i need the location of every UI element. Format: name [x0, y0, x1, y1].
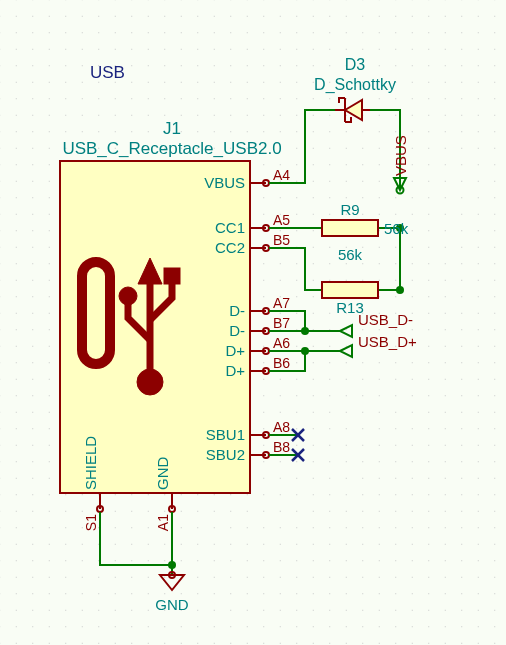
- svg-marker-68: [340, 325, 352, 337]
- svg-text:B6: B6: [273, 355, 290, 371]
- svg-text:CC2: CC2: [215, 239, 245, 256]
- d3-value: D_Schottky: [314, 76, 396, 94]
- svg-text:SBU1: SBU1: [206, 426, 245, 443]
- svg-text:B7: B7: [273, 315, 290, 331]
- svg-point-56: [168, 561, 176, 569]
- svg-text:S1: S1: [83, 514, 99, 531]
- svg-text:SBU2: SBU2: [206, 446, 245, 463]
- svg-text:D+: D+: [225, 342, 245, 359]
- svg-text:GND: GND: [154, 457, 171, 491]
- svg-text:GND: GND: [155, 596, 189, 613]
- svg-text:VBUS: VBUS: [204, 174, 245, 191]
- svg-text:B5: B5: [273, 232, 290, 248]
- svg-point-2: [137, 369, 163, 395]
- j1-value: USB_C_Receptacle_USB2.0: [62, 139, 281, 158]
- no-connect-marks: [292, 429, 304, 461]
- svg-text:A1: A1: [155, 514, 171, 531]
- resistor-r13: 56k R13: [322, 246, 378, 316]
- svg-text:CC1: CC1: [215, 219, 245, 236]
- svg-rect-63: [322, 220, 378, 236]
- svg-marker-62: [345, 100, 362, 120]
- svg-point-54: [301, 327, 309, 335]
- j1-ref: J1: [163, 119, 181, 138]
- r9-value: 56k: [384, 220, 409, 237]
- svg-text:A6: A6: [273, 335, 290, 351]
- svg-text:A8: A8: [273, 419, 290, 435]
- svg-text:A7: A7: [273, 295, 290, 311]
- svg-text:B8: B8: [273, 439, 290, 455]
- power-gnd: GND: [155, 572, 189, 613]
- svg-text:D-: D-: [229, 322, 245, 339]
- svg-text:SHIELD: SHIELD: [82, 436, 99, 490]
- svg-marker-70: [340, 345, 352, 357]
- j1-pin-stubs-right: [250, 180, 269, 458]
- resistor-r9: R9 56k: [322, 201, 409, 237]
- svg-text:VBUS: VBUS: [392, 135, 409, 176]
- schematic-canvas: USB J1 USB_C_Receptacle_USB2.0: [0, 0, 506, 645]
- svg-text:A5: A5: [273, 212, 290, 228]
- r9-ref: R9: [340, 201, 359, 218]
- svg-rect-5: [164, 268, 180, 284]
- svg-text:USB_D+: USB_D+: [358, 333, 417, 350]
- svg-point-55: [301, 347, 309, 355]
- svg-rect-64: [322, 282, 378, 298]
- j1-pin-stubs-bottom: [97, 493, 175, 512]
- svg-text:USB_D-: USB_D-: [358, 311, 413, 328]
- diode-d3: D3 D_Schottky: [314, 56, 396, 122]
- r13-value-above: 56k: [338, 246, 363, 263]
- svg-point-4: [119, 287, 137, 305]
- svg-point-53: [396, 286, 404, 294]
- block-title: USB: [90, 63, 125, 82]
- svg-text:D+: D+: [225, 362, 245, 379]
- d3-ref: D3: [345, 56, 366, 73]
- svg-text:D-: D-: [229, 302, 245, 319]
- svg-text:A4: A4: [273, 167, 290, 183]
